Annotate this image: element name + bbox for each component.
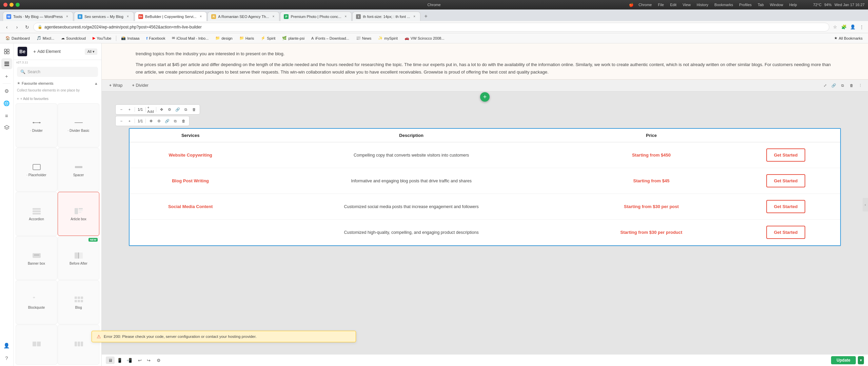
bm-myspirit[interactable]: ✨ mySpirit [375, 35, 400, 41]
desktop-viewport-btn[interactable]: 🖥 [106, 357, 115, 364]
bm-all-bookmarks[interactable]: ★ All Bookmarks [831, 35, 865, 41]
et-link[interactable]: 🔗 [174, 106, 181, 113]
strip-sliders-icon[interactable]: ≡ [1, 110, 12, 121]
bm-icloud[interactable]: ✉ iCloud Mail - Inbo... [169, 35, 211, 41]
bm-soundcloud[interactable]: ☁ Soundcloud [58, 35, 88, 41]
app-menu[interactable]: Chrome [638, 3, 652, 7]
bm-instaaa[interactable]: 📸 Instaaa [118, 35, 142, 41]
section-clone-icon[interactable]: ⧉ [839, 82, 846, 89]
history-menu[interactable]: History [697, 3, 708, 7]
undo-button[interactable]: ↩ [136, 357, 144, 364]
tab-5-close[interactable]: × [343, 14, 348, 19]
all-filter-button[interactable]: All ▾ [85, 48, 97, 55]
tab-menu[interactable]: Tab [758, 3, 764, 7]
section-more-icon[interactable]: ⋮ [856, 82, 864, 89]
tab-2-close[interactable]: × [125, 14, 130, 19]
bm-dashboard[interactable]: 🏠 Dashboard [3, 35, 33, 41]
reload-button[interactable]: ↻ [23, 23, 31, 31]
element-banner-box[interactable]: Banner box [16, 236, 57, 280]
update-button[interactable]: Update [831, 356, 856, 364]
element-blog[interactable]: Blog [58, 280, 99, 324]
tablet-viewport-btn[interactable]: 📱 [115, 357, 124, 364]
bm-haris[interactable]: 📁 Haris [237, 35, 257, 41]
address-field[interactable]: 🔒 agentieseobucuresti.ro/gw2024/wp-admin… [33, 23, 829, 32]
profiles-menu[interactable]: Profiles [739, 3, 752, 7]
redo-button[interactable]: ↪ [144, 357, 153, 364]
bm-spirit[interactable]: ⚡ Spirit [258, 35, 278, 41]
bm-mixcl[interactable]: 🎵 Mixcl... [34, 35, 57, 41]
maximize-button[interactable] [16, 3, 20, 7]
settings-button[interactable]: ⚙ [155, 356, 163, 364]
divider-button[interactable]: + Divider [129, 82, 152, 89]
element-placeholder[interactable]: · Placeholder [16, 148, 57, 192]
file-menu[interactable]: File [658, 3, 664, 7]
page-scroll[interactable]: trending topics from the industry you ar… [102, 43, 868, 354]
et2-link[interactable]: 🔗 [163, 117, 171, 125]
et-add[interactable]: + Add [147, 106, 155, 113]
et-delete[interactable]: 🗑 [190, 106, 198, 113]
bm-youtube[interactable]: ▶ YouTube [90, 35, 114, 41]
strip-elements-icon[interactable] [1, 58, 12, 69]
element-before-after[interactable]: NEW Before After [58, 236, 99, 280]
strip-globe-icon[interactable]: 🌐 [1, 98, 12, 109]
strip-user-icon[interactable]: 👤 [1, 340, 12, 351]
edit-menu[interactable]: Edit [670, 3, 676, 7]
bm-vw[interactable]: 🚗 VW Scirocco 2008... [402, 35, 447, 41]
et-minus[interactable]: − [118, 106, 125, 113]
element-row-split[interactable] [16, 325, 57, 365]
et2-clone[interactable]: ⧉ [172, 117, 179, 125]
strip-add-icon[interactable]: + [1, 70, 12, 81]
wrap-button[interactable]: + Wrap [106, 82, 126, 89]
element-divider-basic[interactable]: · Divider Basic [58, 103, 99, 147]
be-logo[interactable]: Be [18, 47, 27, 56]
tab-6[interactable]: t th font-size: 14px; : th font ... × [352, 12, 420, 21]
strip-settings-icon[interactable]: ⚙ [1, 86, 12, 97]
section-expand-icon[interactable]: ⤢ [821, 82, 829, 89]
add-element-button[interactable]: + Add Element [30, 47, 64, 56]
add-element-circle[interactable]: + [480, 92, 490, 102]
chevron-up-icon[interactable]: ▲ [94, 81, 98, 85]
view-menu[interactable]: View [683, 3, 691, 7]
tab-3-close[interactable]: × [198, 14, 203, 19]
window-menu[interactable]: Window [770, 3, 783, 7]
strip-layers-icon[interactable] [1, 122, 12, 133]
element-spacer[interactable]: Spacer [58, 148, 99, 192]
strip-help-icon[interactable]: ? [1, 352, 12, 363]
element-divider[interactable]: · Divider [16, 103, 57, 147]
back-button[interactable]: ‹ [3, 23, 11, 31]
star-icon[interactable]: ☆ [831, 23, 839, 31]
bm-news[interactable]: 📰 News [353, 35, 374, 41]
et-settings[interactable]: ⚙ [166, 106, 173, 113]
et-move[interactable]: ✥ [158, 106, 165, 113]
tab-1[interactable]: W Tools · My Blog — WordPress × [3, 12, 73, 21]
tab-3[interactable]: Be BeBuilder | Copywriting Servi... × [135, 12, 207, 21]
bm-design[interactable]: 📁 design [213, 35, 235, 41]
apple-menu[interactable]: 🍎 [629, 3, 634, 7]
minimize-button[interactable] [9, 3, 14, 7]
get-started-btn-1[interactable]: Get Started [766, 148, 805, 162]
update-dropdown-button[interactable]: ▾ [858, 356, 864, 364]
get-started-btn-3[interactable]: Get Started [766, 200, 805, 213]
close-button[interactable] [3, 3, 7, 7]
tab-5[interactable]: P Premium Photo | Photo conc... × [280, 12, 352, 21]
search-box[interactable]: 🔍 Search [17, 67, 98, 77]
help-menu[interactable]: Help [789, 3, 797, 7]
traffic-lights[interactable] [3, 3, 20, 7]
element-article-box[interactable]: Article box [58, 192, 99, 236]
section-delete-icon[interactable]: 🗑 [848, 82, 855, 89]
bookmarks-menu[interactable]: Bookmarks [714, 3, 733, 7]
element-blockquote[interactable]: " Blockquote [16, 280, 57, 324]
more-icon[interactable]: ⋮ [858, 23, 865, 31]
tab-2[interactable]: B Seo services – My Blog × [74, 12, 134, 21]
et-plus[interactable]: + [126, 106, 133, 113]
extensions-icon[interactable]: 🧩 [840, 23, 848, 31]
add-to-favs-button[interactable]: + + Add to favourites [14, 96, 101, 102]
new-tab-button[interactable]: + [421, 12, 431, 21]
et2-delete[interactable]: 🗑 [180, 117, 187, 125]
strip-layout-icon[interactable] [1, 46, 12, 57]
tab-4[interactable]: R A Romanian SEO Agency Th... × [208, 12, 279, 21]
get-started-btn-4[interactable]: Get Started [766, 226, 805, 239]
tab-1-close[interactable]: × [65, 14, 70, 19]
profile-icon[interactable]: 👤 [849, 23, 856, 31]
et2-move[interactable]: ✥ [147, 117, 155, 125]
